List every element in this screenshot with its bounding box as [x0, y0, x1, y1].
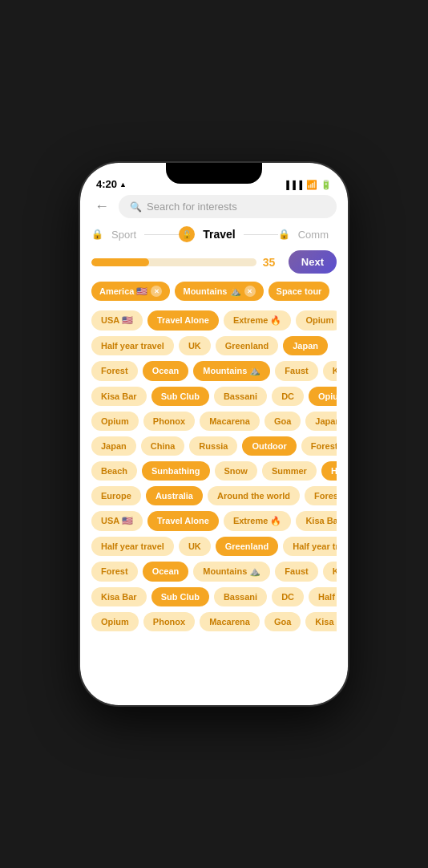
tab-divider-1 — [144, 234, 179, 235]
tag-12-2[interactable]: Macarena — [200, 612, 260, 631]
tag-3-3[interactable]: DC — [272, 387, 304, 406]
progress-row: 35 Next — [91, 250, 337, 274]
tag-8-2[interactable]: Extreme 🔥 — [224, 511, 291, 531]
tag-0-2[interactable]: Extreme 🔥 — [224, 310, 291, 331]
tags-row-4: OpiumPhonoxMacarenaGoaJapan — [91, 412, 337, 431]
tag-4-3[interactable]: Goa — [264, 412, 301, 431]
tag-10-1[interactable]: Ocean — [143, 562, 189, 582]
tag-8-0[interactable]: USA 🇺🇸 — [91, 511, 143, 531]
tag-1-0[interactable]: Half year travel — [91, 336, 174, 355]
tag-6-2[interactable]: Snow — [215, 461, 257, 481]
back-button[interactable]: ← — [91, 195, 112, 218]
tag-9-0[interactable]: Half year travel — [91, 537, 174, 556]
tags-row-12: OpiumPhonoxMacarenaGoaKisa Ba — [91, 612, 337, 631]
tag-10-3[interactable]: Faust — [275, 562, 317, 582]
tag-1-2[interactable]: Greenland — [216, 336, 278, 355]
tag-10-4[interactable]: Kis — [323, 562, 337, 582]
tag-6-4[interactable]: Ha — [321, 461, 337, 481]
tag-7-0[interactable]: Europe — [91, 486, 141, 505]
tag-7-3[interactable]: Forest — [305, 486, 337, 505]
tags-row-8: USA 🇺🇸Travel AloneExtreme 🔥Kisa Bar — [91, 511, 337, 531]
tag-8-1[interactable]: Travel Alone — [147, 511, 219, 531]
search-bar: ← 🔍 Search for interests — [91, 195, 337, 218]
tag-4-1[interactable]: Phonox — [143, 412, 195, 431]
remove-mountains-icon[interactable]: ✕ — [244, 286, 256, 297]
tag-0-3[interactable]: Opium — [296, 310, 337, 331]
tag-2-0[interactable]: Forest — [91, 361, 138, 381]
selected-tag-america[interactable]: America 🇺🇸 ✕ — [91, 282, 170, 301]
tags-row-11: Kisa BarSub ClubBassaniDCHalf ye — [91, 587, 337, 606]
tags-row-3: Kisa BarSub ClubBassaniDCOpium — [91, 387, 337, 406]
tag-1-1[interactable]: UK — [179, 336, 211, 355]
tab-comm[interactable]: Comm — [290, 229, 337, 241]
tag-5-0[interactable]: Japan — [91, 436, 136, 456]
tag-2-1[interactable]: Ocean — [143, 361, 189, 381]
tag-11-1[interactable]: Sub Club — [151, 587, 209, 606]
tag-7-1[interactable]: Australia — [146, 486, 203, 505]
comm-lock-icon: 🔒 — [278, 229, 290, 240]
tag-9-1[interactable]: UK — [179, 537, 211, 556]
tag-11-4[interactable]: Half ye — [309, 587, 337, 606]
wifi-icon: 📶 — [306, 180, 317, 190]
tag-11-0[interactable]: Kisa Bar — [91, 587, 147, 606]
tag-1-3[interactable]: Japan — [283, 336, 328, 355]
sport-lock-icon: 🔒 — [91, 229, 103, 240]
tab-travel[interactable]: Travel — [195, 228, 243, 241]
tags-row-9: Half year travelUKGreenlandHalf year tr — [91, 537, 337, 556]
selected-tag-space-label: Space tour — [277, 286, 322, 296]
tag-4-2[interactable]: Macarena — [200, 412, 260, 431]
tag-3-0[interactable]: Kisa Bar — [91, 387, 147, 406]
search-input[interactable]: Search for interests — [147, 201, 237, 213]
tags-row-5: JapanChinaRussiaOutdoorForest — [91, 436, 337, 456]
tag-5-1[interactable]: China — [141, 436, 185, 456]
next-button[interactable]: Next — [289, 250, 337, 274]
tag-10-0[interactable]: Forest — [91, 562, 138, 582]
tag-3-1[interactable]: Sub Club — [151, 387, 209, 406]
selected-tag-mountains[interactable]: Mountains ⛰️ ✕ — [175, 282, 263, 301]
tags-row-6: BeachSunbathingSnowSummerHa — [91, 461, 337, 481]
travel-label: Travel — [203, 228, 235, 241]
tag-2-2[interactable]: Mountains ⛰️ — [193, 361, 270, 381]
selected-tags-row: America 🇺🇸 ✕ Mountains ⛰️ ✕ Space tour — [91, 282, 337, 301]
tag-4-0[interactable]: Opium — [91, 412, 139, 431]
tag-8-3[interactable]: Kisa Bar — [296, 511, 337, 531]
tag-5-4[interactable]: Forest — [301, 436, 337, 456]
tag-7-2[interactable]: Around the world — [208, 486, 300, 505]
location-icon: ▲ — [119, 180, 127, 189]
tag-6-3[interactable]: Summer — [262, 461, 317, 481]
content-area: ← 🔍 Search for interests 🔒 Sport 🔓 Trave… — [80, 195, 348, 705]
tag-4-4[interactable]: Japan — [305, 412, 337, 431]
tag-11-2[interactable]: Bassani — [214, 587, 267, 606]
phone-screen: 4:20 ▲ ▐▐▐ 📶 🔋 ← 🔍 Search for interests — [80, 163, 348, 705]
tag-12-3[interactable]: Goa — [264, 612, 301, 631]
tag-0-0[interactable]: USA 🇺🇸 — [91, 310, 143, 331]
phone-frame: 4:20 ▲ ▐▐▐ 📶 🔋 ← 🔍 Search for interests — [80, 163, 348, 705]
tag-6-0[interactable]: Beach — [91, 461, 137, 481]
tag-12-1[interactable]: Phonox — [143, 612, 195, 631]
tag-11-3[interactable]: DC — [272, 587, 304, 606]
tab-sport[interactable]: Sport — [103, 229, 144, 241]
sport-label: Sport — [111, 229, 136, 241]
tag-9-3[interactable]: Half year tr — [283, 537, 337, 556]
tag-5-2[interactable]: Russia — [189, 436, 237, 456]
remove-america-icon[interactable]: ✕ — [151, 286, 162, 297]
tags-row-1: Half year travelUKGreenlandJapan — [91, 336, 337, 355]
progress-bar-fill — [91, 258, 149, 266]
tag-3-4[interactable]: Opium — [309, 387, 337, 406]
tags-row-0: USA 🇺🇸Travel AloneExtreme 🔥Opium — [91, 310, 337, 331]
tag-10-2[interactable]: Mountains ⛰️ — [193, 562, 270, 582]
selected-tag-america-label: America 🇺🇸 — [99, 286, 147, 297]
tag-9-2[interactable]: Greenland — [216, 537, 278, 556]
tag-0-1[interactable]: Travel Alone — [147, 310, 219, 331]
tag-12-0[interactable]: Opium — [91, 612, 139, 631]
search-wrapper[interactable]: 🔍 Search for interests — [119, 195, 337, 218]
tag-5-3[interactable]: Outdoor — [242, 436, 296, 456]
tag-6-1[interactable]: Sunbathing — [142, 461, 210, 481]
selected-tag-space[interactable]: Space tour — [269, 282, 330, 301]
time-display: 4:20 — [96, 178, 117, 190]
tag-12-4[interactable]: Kisa Ba — [305, 612, 337, 631]
signal-icon: ▐▐▐ — [284, 180, 303, 189]
tag-3-2[interactable]: Bassani — [214, 387, 267, 406]
tag-2-4[interactable]: Kis — [323, 361, 337, 381]
tag-2-3[interactable]: Faust — [275, 361, 317, 381]
